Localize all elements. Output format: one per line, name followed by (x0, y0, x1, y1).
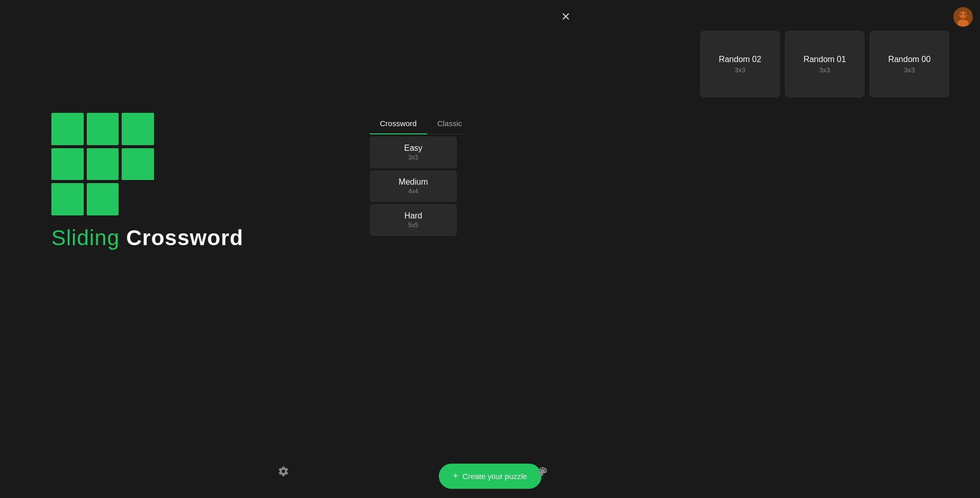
difficulty-hard-size: 5x5 (380, 222, 447, 229)
close-button[interactable]: ✕ (558, 9, 573, 25)
difficulty-medium[interactable]: Medium 4x4 (370, 170, 457, 202)
logo-grid (51, 113, 154, 215)
grid-cell (87, 113, 119, 145)
mode-tabs: Crossword Classic (370, 113, 462, 134)
difficulty-easy-label: Easy (380, 144, 447, 153)
difficulty-list: Easy 3x3 Medium 4x4 Hard 5x5 (370, 136, 462, 236)
logo-area: Sliding Crossword (51, 113, 243, 250)
difficulty-hard[interactable]: Hard 5x5 (370, 204, 457, 236)
puzzle-card-title: Random 00 (888, 55, 931, 64)
tab-classic[interactable]: Classic (427, 113, 472, 134)
settings-button[interactable] (272, 460, 295, 483)
logo-sliding: Sliding (51, 226, 126, 250)
puzzle-card-random02[interactable]: Random 02 3x3 (700, 31, 780, 97)
grid-cell (122, 113, 154, 145)
grid-cell (122, 148, 154, 181)
gear-icon (278, 466, 289, 477)
grid-cell (51, 148, 84, 181)
user-avatar[interactable] (953, 7, 973, 27)
logo-crossword: Crossword (126, 226, 243, 250)
palette-button[interactable] (531, 460, 554, 483)
palette-icon (537, 466, 548, 477)
grid-cell (51, 183, 84, 215)
grid-cell (87, 183, 119, 215)
difficulty-medium-label: Medium (380, 177, 447, 187)
puzzle-card-size: 3x3 (904, 66, 915, 74)
puzzle-card-title: Random 01 (803, 55, 846, 64)
difficulty-medium-size: 4x4 (380, 188, 447, 195)
puzzle-card-random01[interactable]: Random 01 3x3 (785, 31, 864, 97)
difficulty-easy[interactable]: Easy 3x3 (370, 136, 457, 168)
svg-point-3 (960, 14, 962, 15)
tab-crossword[interactable]: Crossword (370, 113, 427, 134)
svg-point-4 (965, 14, 966, 15)
difficulty-hard-label: Hard (380, 211, 447, 221)
recent-puzzles-panel: Random 02 3x3 Random 01 3x3 Random 00 3x… (700, 31, 949, 97)
grid-cell (51, 113, 84, 145)
grid-cell (87, 148, 119, 181)
puzzle-card-size: 3x3 (819, 66, 830, 74)
puzzle-card-title: Random 02 (719, 55, 761, 64)
create-puzzle-label: Create your puzzle (463, 472, 527, 481)
create-puzzle-button[interactable]: + Create your puzzle (438, 464, 541, 489)
puzzle-card-size: 3x3 (735, 66, 745, 74)
bottom-center: + Create your puzzle (438, 464, 541, 489)
puzzle-card-random00[interactable]: Random 00 3x3 (870, 31, 949, 97)
game-panel: Crossword Classic Easy 3x3 Medium 4x4 Ha… (370, 113, 462, 236)
create-plus-icon: + (453, 471, 458, 482)
grid-cell-empty (122, 183, 154, 215)
logo-text: Sliding Crossword (51, 226, 243, 250)
difficulty-easy-size: 3x3 (380, 154, 447, 161)
